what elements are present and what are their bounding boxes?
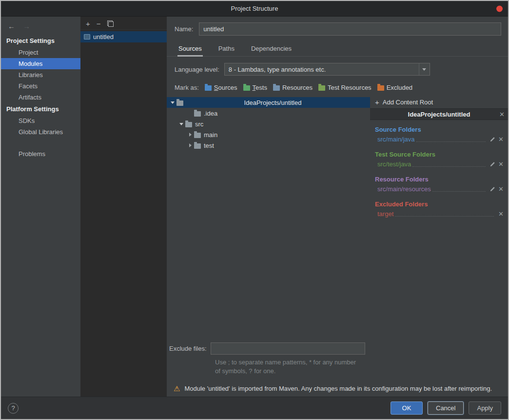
tree-item-label: src xyxy=(195,120,203,128)
folder-icon xyxy=(176,100,183,106)
tab-dependencies[interactable]: Dependencies xyxy=(250,43,293,57)
mark-as-resources-label: Resources xyxy=(282,84,313,91)
group-title: Test Source Folders xyxy=(375,151,504,158)
tree-item-main[interactable]: main xyxy=(167,129,370,140)
mark-as-tests[interactable]: Tests xyxy=(243,84,267,91)
mark-as-test-resources[interactable]: Test Resources xyxy=(318,84,372,91)
resources-folder-icon xyxy=(273,85,280,91)
sidebar-item-modules[interactable]: Modules xyxy=(1,58,80,69)
folder-icon xyxy=(194,143,201,149)
section-header-platform-settings: Platform Settings xyxy=(1,103,80,115)
warning-text: Module 'untitled' is imported from Maven… xyxy=(184,384,492,393)
name-row: Name: xyxy=(167,17,508,40)
sources-folder-icon xyxy=(205,85,212,91)
test-resources-folder-icon xyxy=(318,85,325,91)
chevron-right-icon[interactable] xyxy=(186,133,194,137)
chevron-down-icon[interactable] xyxy=(177,123,185,125)
folder-icon xyxy=(194,111,201,117)
copy-module-icon[interactable] xyxy=(107,20,114,27)
help-button[interactable]: ? xyxy=(8,403,19,414)
forward-icon[interactable]: → xyxy=(23,22,30,30)
module-name: untitled xyxy=(93,33,114,40)
remove-icon[interactable]: ✕ xyxy=(498,161,504,167)
folder-groups: Source Folders src/main/java ✕ Test Sour… xyxy=(370,120,508,219)
tree-item-src[interactable]: src xyxy=(167,119,370,129)
tree-item-test[interactable]: test xyxy=(167,140,370,151)
maven-warning: ⚠ Module 'untitled' is imported from Mav… xyxy=(167,382,508,397)
edit-icon[interactable] xyxy=(490,137,495,142)
mark-as-sources[interactable]: Sources xyxy=(205,84,237,91)
sidebar-item-global-libraries[interactable]: Global Libraries xyxy=(1,126,80,138)
module-editor: Name: Sources Paths Dependencies Languag… xyxy=(167,17,508,397)
folder-path: src/main/resources xyxy=(377,185,431,193)
back-icon[interactable]: ← xyxy=(8,22,15,30)
remove-module-icon[interactable]: − xyxy=(97,20,101,27)
language-level-row: Language level: 8 - Lambdas, type annota… xyxy=(167,57,508,78)
dialog-footer: ? OK Cancel Apply xyxy=(1,397,508,419)
folder-entry[interactable]: src/test/java ✕ xyxy=(375,159,504,169)
folder-entry[interactable]: src/main/java ✕ xyxy=(375,134,504,144)
language-level-label: Language level: xyxy=(175,66,219,73)
mark-as-resources[interactable]: Resources xyxy=(273,84,313,91)
chevron-down-icon[interactable] xyxy=(169,101,176,104)
folder-icon xyxy=(185,122,192,127)
history-nav: ← → xyxy=(1,20,80,35)
sidebar-item-artifacts[interactable]: Artifacts xyxy=(1,92,80,103)
tab-sources[interactable]: Sources xyxy=(177,43,203,57)
group-title: Resource Folders xyxy=(375,176,504,183)
folder-path: src/main/java xyxy=(377,136,415,143)
remove-icon[interactable]: ✕ xyxy=(498,136,504,142)
add-content-root-label: Add Content Root xyxy=(383,99,433,106)
mark-as-excluded[interactable]: Excluded xyxy=(377,84,412,91)
edit-icon[interactable] xyxy=(490,186,495,192)
add-content-root-button[interactable]: + Add Content Root xyxy=(370,96,508,108)
apply-button[interactable]: Apply xyxy=(469,401,501,415)
remove-content-root-icon[interactable]: ✕ xyxy=(499,111,505,118)
language-level-select[interactable]: 8 - Lambdas, type annotations etc. xyxy=(224,63,430,76)
modules-toolbar: + − xyxy=(80,17,167,30)
test-source-folders-group: Test Source Folders src/test/java ✕ xyxy=(375,151,504,169)
content-root-header: IdeaProjects/untitled ✕ xyxy=(370,108,508,120)
sidebar-item-libraries[interactable]: Libraries xyxy=(1,69,80,80)
group-title: Source Folders xyxy=(375,126,504,133)
sidebar-item-problems[interactable]: Problems xyxy=(1,148,80,160)
sidebar-item-sdks[interactable]: SDKs xyxy=(1,115,80,126)
mark-as-excluded-label: Excluded xyxy=(387,84,412,91)
chevron-down-icon[interactable] xyxy=(419,63,430,75)
title-bar: Project Structure xyxy=(1,1,508,17)
remove-icon[interactable]: ✕ xyxy=(498,211,504,217)
project-structure-dialog: Project Structure ← → Project Settings P… xyxy=(0,0,509,420)
warning-icon: ⚠ xyxy=(174,384,180,394)
mark-as-test-resources-label: Test Resources xyxy=(328,84,372,91)
folder-entry[interactable]: src/main/resources ✕ xyxy=(375,183,504,194)
sources-content: IdeaProjects/untitled .idea src xyxy=(167,96,508,382)
tree-item-idea[interactable]: .idea xyxy=(167,108,370,119)
module-list-item[interactable]: untitled xyxy=(80,31,167,42)
tab-paths[interactable]: Paths xyxy=(217,43,235,57)
module-tabs: Sources Paths Dependencies xyxy=(167,40,508,57)
mark-as-sources-label: Sources xyxy=(214,84,237,91)
folder-entry[interactable]: target ✕ xyxy=(375,208,504,219)
sidebar-item-facets[interactable]: Facets xyxy=(1,80,80,92)
exclude-files-input[interactable] xyxy=(211,342,365,355)
edit-icon[interactable] xyxy=(490,161,495,167)
chevron-right-icon[interactable] xyxy=(186,143,194,147)
group-title: Excluded Folders xyxy=(375,200,504,208)
tree-item-label: main xyxy=(204,131,217,139)
module-icon xyxy=(84,34,90,40)
cancel-button[interactable]: Cancel xyxy=(428,401,464,415)
content-root-panel: + Add Content Root IdeaProjects/untitled… xyxy=(370,96,508,382)
remove-icon[interactable]: ✕ xyxy=(498,186,504,192)
tree-item-content-root[interactable]: IdeaProjects/untitled xyxy=(167,97,370,108)
dialog-body: ← → Project Settings Project Modules Lib… xyxy=(1,17,508,397)
mark-as-label: Mark as: xyxy=(175,84,199,91)
resource-folders-group: Resource Folders src/main/resources ✕ xyxy=(375,176,504,194)
ok-button[interactable]: OK xyxy=(391,401,423,415)
leader-dots xyxy=(395,216,494,217)
module-name-input[interactable] xyxy=(199,22,501,36)
sidebar-item-project[interactable]: Project xyxy=(1,47,80,58)
close-window-icon[interactable] xyxy=(496,5,503,12)
tests-folder-icon xyxy=(243,85,250,91)
exclude-files-label: Exclude files: xyxy=(169,345,207,352)
add-module-icon[interactable]: + xyxy=(86,20,90,27)
